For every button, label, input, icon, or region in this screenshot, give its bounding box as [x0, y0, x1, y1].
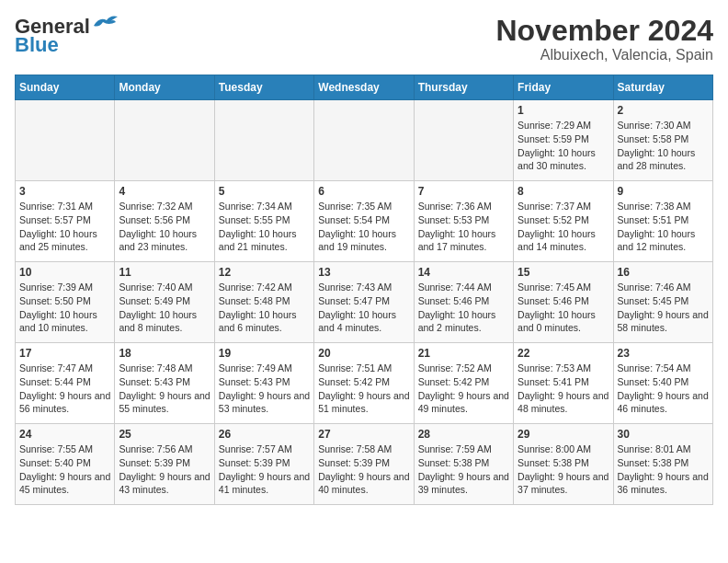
day-info: Sunrise: 7:34 AM Sunset: 5:55 PM Dayligh… [219, 200, 310, 254]
day-info: Sunrise: 7:38 AM Sunset: 5:51 PM Dayligh… [618, 200, 709, 254]
page-header: General Blue November 2024 Albuixech, Va… [15, 15, 713, 63]
logo-blue: Blue [15, 33, 59, 57]
calendar-cell: 2Sunrise: 7:30 AM Sunset: 5:58 PM Daylig… [613, 100, 712, 181]
calendar-header-wednesday: Wednesday [314, 75, 414, 100]
calendar-cell: 16Sunrise: 7:46 AM Sunset: 5:45 PM Dayli… [613, 262, 712, 343]
day-number: 23 [618, 347, 709, 360]
calendar-cell: 26Sunrise: 7:57 AM Sunset: 5:39 PM Dayli… [214, 424, 313, 505]
calendar-cell: 20Sunrise: 7:51 AM Sunset: 5:42 PM Dayli… [314, 343, 414, 424]
calendar-cell: 15Sunrise: 7:45 AM Sunset: 5:46 PM Dayli… [514, 262, 613, 343]
day-info: Sunrise: 7:46 AM Sunset: 5:45 PM Dayligh… [618, 281, 709, 335]
day-number: 18 [119, 347, 210, 360]
calendar-cell: 25Sunrise: 7:56 AM Sunset: 5:39 PM Dayli… [115, 424, 214, 505]
day-number: 14 [418, 266, 509, 279]
day-number: 26 [219, 428, 310, 441]
day-info: Sunrise: 7:30 AM Sunset: 5:58 PM Dayligh… [618, 119, 709, 173]
day-number: 21 [418, 347, 509, 360]
calendar-cell: 9Sunrise: 7:38 AM Sunset: 5:51 PM Daylig… [613, 181, 712, 262]
calendar-week-1: 1Sunrise: 7:29 AM Sunset: 5:59 PM Daylig… [16, 100, 713, 181]
day-info: Sunrise: 7:44 AM Sunset: 5:46 PM Dayligh… [418, 281, 509, 335]
day-number: 3 [19, 185, 110, 198]
day-info: Sunrise: 7:43 AM Sunset: 5:47 PM Dayligh… [318, 281, 409, 335]
calendar-cell: 3Sunrise: 7:31 AM Sunset: 5:57 PM Daylig… [16, 181, 115, 262]
calendar-cell: 27Sunrise: 7:58 AM Sunset: 5:39 PM Dayli… [314, 424, 414, 505]
calendar-cell: 21Sunrise: 7:52 AM Sunset: 5:42 PM Dayli… [414, 343, 513, 424]
day-info: Sunrise: 7:56 AM Sunset: 5:39 PM Dayligh… [119, 442, 210, 497]
day-number: 15 [518, 266, 609, 279]
day-info: Sunrise: 7:36 AM Sunset: 5:53 PM Dayligh… [418, 200, 509, 254]
day-info: Sunrise: 7:32 AM Sunset: 5:56 PM Dayligh… [119, 200, 210, 254]
calendar-cell: 5Sunrise: 7:34 AM Sunset: 5:55 PM Daylig… [214, 181, 313, 262]
day-info: Sunrise: 7:29 AM Sunset: 5:59 PM Dayligh… [518, 119, 609, 173]
calendar-cell: 19Sunrise: 7:49 AM Sunset: 5:43 PM Dayli… [214, 343, 313, 424]
calendar-cell: 30Sunrise: 8:01 AM Sunset: 5:38 PM Dayli… [613, 424, 712, 505]
day-number: 11 [119, 266, 210, 279]
calendar-cell: 6Sunrise: 7:35 AM Sunset: 5:54 PM Daylig… [314, 181, 414, 262]
logo: General Blue [15, 15, 119, 57]
calendar-week-4: 17Sunrise: 7:47 AM Sunset: 5:44 PM Dayli… [16, 343, 713, 424]
day-info: Sunrise: 8:00 AM Sunset: 5:38 PM Dayligh… [518, 442, 609, 497]
day-number: 28 [418, 428, 509, 441]
day-info: Sunrise: 7:37 AM Sunset: 5:52 PM Dayligh… [518, 200, 609, 254]
calendar-cell [414, 100, 513, 181]
calendar-week-5: 24Sunrise: 7:55 AM Sunset: 5:40 PM Dayli… [16, 424, 713, 505]
calendar-cell [16, 100, 115, 181]
day-number: 17 [19, 347, 110, 360]
calendar-header-saturday: Saturday [613, 75, 712, 100]
day-number: 16 [618, 266, 709, 279]
day-info: Sunrise: 7:59 AM Sunset: 5:38 PM Dayligh… [418, 442, 509, 497]
calendar-header-thursday: Thursday [414, 75, 513, 100]
day-info: Sunrise: 7:55 AM Sunset: 5:40 PM Dayligh… [19, 442, 110, 497]
calendar-cell: 18Sunrise: 7:48 AM Sunset: 5:43 PM Dayli… [115, 343, 214, 424]
page-subtitle: Albuixech, Valencia, Spain [495, 47, 713, 63]
calendar-cell: 1Sunrise: 7:29 AM Sunset: 5:59 PM Daylig… [514, 100, 613, 181]
calendar-cell [214, 100, 313, 181]
calendar-cell: 14Sunrise: 7:44 AM Sunset: 5:46 PM Dayli… [414, 262, 513, 343]
calendar-header-sunday: Sunday [16, 75, 115, 100]
day-number: 6 [318, 185, 409, 198]
calendar-header-friday: Friday [514, 75, 613, 100]
calendar-table: SundayMondayTuesdayWednesdayThursdayFrid… [15, 75, 713, 505]
calendar-header-monday: Monday [115, 75, 214, 100]
calendar-cell: 12Sunrise: 7:42 AM Sunset: 5:48 PM Dayli… [214, 262, 313, 343]
day-number: 30 [618, 428, 709, 441]
calendar-week-3: 10Sunrise: 7:39 AM Sunset: 5:50 PM Dayli… [16, 262, 713, 343]
day-number: 1 [518, 104, 609, 117]
day-number: 12 [219, 266, 310, 279]
calendar-week-2: 3Sunrise: 7:31 AM Sunset: 5:57 PM Daylig… [16, 181, 713, 262]
day-info: Sunrise: 7:51 AM Sunset: 5:42 PM Dayligh… [318, 362, 409, 416]
day-number: 13 [318, 266, 409, 279]
calendar-cell [314, 100, 414, 181]
day-info: Sunrise: 7:57 AM Sunset: 5:39 PM Dayligh… [219, 442, 310, 497]
day-number: 19 [219, 347, 310, 360]
day-number: 8 [518, 185, 609, 198]
day-number: 24 [19, 428, 110, 441]
day-info: Sunrise: 7:45 AM Sunset: 5:46 PM Dayligh… [518, 281, 609, 335]
calendar-header-row: SundayMondayTuesdayWednesdayThursdayFrid… [16, 75, 713, 100]
calendar-cell: 23Sunrise: 7:54 AM Sunset: 5:40 PM Dayli… [613, 343, 712, 424]
calendar-cell: 28Sunrise: 7:59 AM Sunset: 5:38 PM Dayli… [414, 424, 513, 505]
calendar-cell: 7Sunrise: 7:36 AM Sunset: 5:53 PM Daylig… [414, 181, 513, 262]
calendar-cell [115, 100, 214, 181]
calendar-cell: 24Sunrise: 7:55 AM Sunset: 5:40 PM Dayli… [16, 424, 115, 505]
calendar-cell: 10Sunrise: 7:39 AM Sunset: 5:50 PM Dayli… [16, 262, 115, 343]
calendar-cell: 29Sunrise: 8:00 AM Sunset: 5:38 PM Dayli… [514, 424, 613, 505]
day-number: 22 [518, 347, 609, 360]
calendar-cell: 22Sunrise: 7:53 AM Sunset: 5:41 PM Dayli… [514, 343, 613, 424]
day-number: 27 [318, 428, 409, 441]
calendar-cell: 13Sunrise: 7:43 AM Sunset: 5:47 PM Dayli… [314, 262, 414, 343]
day-info: Sunrise: 7:58 AM Sunset: 5:39 PM Dayligh… [318, 442, 409, 497]
day-number: 7 [418, 185, 509, 198]
calendar-cell: 4Sunrise: 7:32 AM Sunset: 5:56 PM Daylig… [115, 181, 214, 262]
page-title: November 2024 [495, 15, 713, 47]
day-number: 25 [119, 428, 210, 441]
day-info: Sunrise: 7:54 AM Sunset: 5:40 PM Dayligh… [618, 362, 709, 416]
day-info: Sunrise: 7:42 AM Sunset: 5:48 PM Dayligh… [219, 281, 310, 335]
calendar-cell: 11Sunrise: 7:40 AM Sunset: 5:49 PM Dayli… [115, 262, 214, 343]
day-info: Sunrise: 7:49 AM Sunset: 5:43 PM Dayligh… [219, 362, 310, 416]
calendar-cell: 17Sunrise: 7:47 AM Sunset: 5:44 PM Dayli… [16, 343, 115, 424]
day-number: 2 [618, 104, 709, 117]
day-info: Sunrise: 7:53 AM Sunset: 5:41 PM Dayligh… [518, 362, 609, 416]
logo-bird-icon [92, 13, 119, 33]
title-block: November 2024 Albuixech, Valencia, Spain [495, 15, 713, 63]
